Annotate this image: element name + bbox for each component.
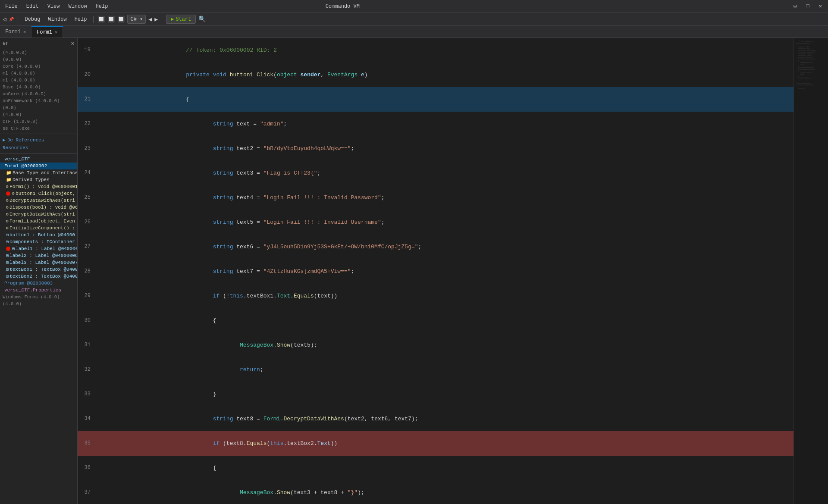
code-line-33: 33 } bbox=[78, 382, 794, 407]
tree-last-item: (4.0.0) bbox=[0, 301, 77, 307]
tree-textbox1[interactable]: ⊞textBox1 : TextBox @0400 bbox=[0, 266, 77, 273]
line-num-19: 19 bbox=[78, 46, 95, 54]
menu-help[interactable]: Help bbox=[94, 3, 110, 10]
tree-components[interactable]: ⊞components : IContainer bbox=[0, 238, 77, 245]
tree-label2[interactable]: ⊞label2 : Label @04000006 bbox=[0, 252, 77, 259]
code-content: 19 // Token: 0x06000002 RID: 2 20 privat… bbox=[78, 38, 794, 504]
tab-close-2[interactable]: ✕ bbox=[55, 30, 57, 35]
line-num-36: 36 bbox=[78, 464, 95, 472]
tree-decrypt[interactable]: ⚙DecryptDataWithAes(stri bbox=[0, 197, 77, 204]
tab-label-1: Form1 bbox=[5, 29, 21, 35]
title-bar: File Edit View Window Help Commando VM ⊟… bbox=[0, 0, 828, 13]
code-line-35: 35 if (text8.Equals(this.textBox2.Text)) bbox=[78, 431, 794, 456]
toolbar-back-icon[interactable]: ◁ bbox=[3, 16, 6, 23]
tree-windows-forms: Windows.Forms (4.0.0) bbox=[0, 294, 77, 301]
line-code-22: string text = "admin"; bbox=[104, 112, 794, 136]
toolbar-icon1[interactable]: 🔲 bbox=[97, 16, 105, 23]
sidebar-collapse-icon[interactable]: er bbox=[3, 41, 9, 47]
main-layout: er ✕ (4.0.0.0) (0.0.0) Core (4.0.0.0) ml… bbox=[0, 38, 828, 504]
close-icon[interactable]: ✕ bbox=[816, 2, 825, 10]
tree-form1-load[interactable]: ⚙Form1_Load(object, Even bbox=[0, 218, 77, 225]
line-code-31: MessageBox.Show(text5); bbox=[104, 333, 794, 357]
tree-properties[interactable]: verse_CTF.Properties bbox=[0, 287, 77, 294]
sidebar-close-button[interactable]: ✕ bbox=[71, 40, 75, 47]
start-label: Start bbox=[176, 16, 191, 22]
tree-initialize[interactable]: ⚙InitializeComponent() : v bbox=[0, 225, 77, 232]
tree-button1-field[interactable]: ⊞button1 : Button @04000 bbox=[0, 232, 77, 238]
toolbar-icon3[interactable]: 🔲 bbox=[117, 16, 125, 23]
code-line-29: 29 if (!this.textBox1.Text.Equals(text)) bbox=[78, 284, 794, 308]
tree-encrypt[interactable]: ⚙EncryptDataWithAes(stri bbox=[0, 211, 77, 218]
assembly-11: CTF (1.0.0.0) bbox=[0, 118, 77, 125]
title-bar-menu[interactable]: File Edit View Window Help bbox=[3, 3, 110, 10]
maximize-icon[interactable]: □ bbox=[804, 2, 812, 10]
toolbar-arrow-left[interactable]: ◀ bbox=[148, 16, 152, 23]
line-code-27: string text6 = "yJ4L5ouh5D1n9Yj53S+GkEt/… bbox=[104, 235, 794, 259]
tree-textbox2[interactable]: ⊞textBox2 : TextBox @0400 bbox=[0, 273, 77, 280]
toolbar-arrow-right[interactable]: ▶ bbox=[154, 16, 158, 23]
tree-program[interactable]: Program @02000003 bbox=[0, 280, 77, 287]
tree-dispose[interactable]: ⚙Dispose(bool) : void @06 bbox=[0, 204, 77, 211]
toolbar-window[interactable]: Window bbox=[45, 16, 69, 23]
line-num-21: 21 bbox=[78, 95, 95, 103]
assembly-6: Base (4.0.0.0) bbox=[0, 84, 77, 91]
line-code-25: string text4 = "Login Fail !!! : Invalid… bbox=[104, 185, 794, 210]
code-line-25: 25 string text4 = "Login Fail !!! : Inva… bbox=[78, 185, 794, 210]
tree-label3[interactable]: ⊞label3 : Label @04000007 bbox=[0, 259, 77, 266]
tree-base-type[interactable]: 📁 Base Type and Interfaces bbox=[0, 169, 77, 176]
sidebar-divider-1 bbox=[0, 134, 77, 134]
tree-derived-types[interactable]: 📁 Derived Types bbox=[0, 176, 77, 183]
field-icon-4: ⊞ bbox=[6, 253, 9, 258]
menu-view[interactable]: View bbox=[46, 3, 62, 10]
tree-root[interactable]: verse_CTF bbox=[0, 156, 77, 163]
line-code-33: } bbox=[104, 382, 794, 407]
code-line-26: 26 string text5 = "Login Fail !!! : Inva… bbox=[78, 210, 794, 235]
minimize-icon[interactable]: ⊟ bbox=[791, 2, 799, 10]
method-icon-2: ⚙ bbox=[12, 191, 15, 196]
sidebar: er ✕ (4.0.0.0) (0.0.0) Core (4.0.0.0) ml… bbox=[0, 38, 78, 504]
tab-close-1[interactable]: ✕ bbox=[23, 29, 26, 34]
method-icon-3: ⚙ bbox=[6, 198, 9, 203]
start-button[interactable]: ▶ Start bbox=[166, 15, 196, 24]
assembly-1: (4.0.0.0) bbox=[0, 49, 77, 56]
menu-window[interactable]: Window bbox=[66, 3, 88, 10]
tree-label1[interactable]: ⊞label1 : Label @04000002 bbox=[0, 245, 77, 252]
tab-form1-active[interactable]: Form1 ✕ bbox=[31, 26, 63, 38]
assembly-12: se CTF.exe bbox=[0, 125, 77, 132]
toolbar-debug[interactable]: Debug bbox=[22, 16, 43, 23]
title-icons[interactable]: ⊟ □ ✕ bbox=[791, 2, 825, 10]
toolbar-sep1 bbox=[18, 16, 18, 23]
breakpoint-dot-1 bbox=[6, 191, 10, 196]
assembly-3: Core (4.0.0.0) bbox=[0, 63, 77, 70]
tab-label-2: Form1 bbox=[37, 29, 52, 35]
field-icon-3: ⊞ bbox=[12, 246, 15, 251]
line-num-26: 26 bbox=[78, 218, 95, 226]
tree-button1-click[interactable]: ⚙button1_Click(object, Eve bbox=[0, 190, 77, 197]
line-code-24: string text3 = "Flag is CTT23{"; bbox=[104, 161, 794, 185]
menu-file[interactable]: File bbox=[3, 3, 19, 10]
method-icon-5: ⚙ bbox=[6, 212, 9, 217]
assembly-7: onCore (4.0.0.0) bbox=[0, 91, 77, 97]
cs-dropdown[interactable]: C# ▾ bbox=[127, 15, 146, 24]
code-editor[interactable]: 19 // Token: 0x06000002 RID: 2 20 privat… bbox=[78, 38, 794, 504]
assembly-8: onFramework (4.0.0.0) bbox=[0, 97, 77, 104]
toolbar-icon2[interactable]: 🔲 bbox=[107, 16, 115, 23]
tab-form1-inactive[interactable]: Form1 ✕ bbox=[0, 26, 31, 38]
assembly-4: ml (4.0.0.0) bbox=[0, 70, 77, 77]
code-line-23: 23 string text2 = "bR/dyVtoEuyudh4qoLWqk… bbox=[78, 136, 794, 161]
line-num-34: 34 bbox=[78, 415, 95, 423]
tree-form1[interactable]: Form1 @02000002 bbox=[0, 163, 77, 169]
references-section[interactable]: ▶ Je References bbox=[0, 136, 77, 144]
menu-edit[interactable]: Edit bbox=[25, 3, 41, 10]
toolbar-help[interactable]: Help bbox=[72, 16, 90, 23]
line-num-27: 27 bbox=[78, 243, 95, 251]
field-icon-7: ⊞ bbox=[6, 274, 9, 279]
field-icon-2: ⊞ bbox=[6, 239, 9, 244]
tab-bar: Form1 ✕ Form1 ✕ bbox=[0, 26, 828, 38]
toolbar-search-icon[interactable]: 🔍 bbox=[198, 16, 206, 23]
code-line-32: 32 return; bbox=[78, 357, 794, 382]
line-num-35: 35 bbox=[78, 439, 95, 448]
resources-section[interactable]: Resources bbox=[0, 144, 77, 152]
tree-form1-constructor[interactable]: ⚙Form1() : void @06000001 bbox=[0, 183, 77, 190]
assembly-5: ml (4.0.0.0) bbox=[0, 77, 77, 84]
